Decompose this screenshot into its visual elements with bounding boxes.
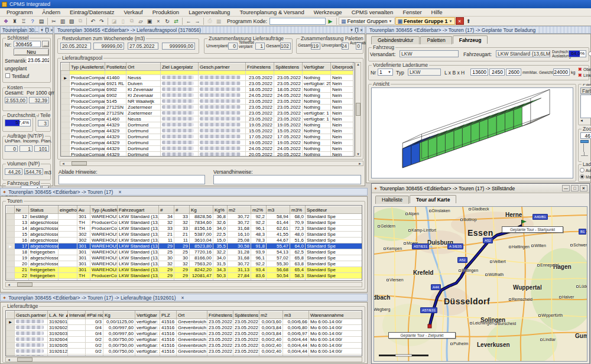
cell[interactable]: [199, 140, 246, 146]
cell[interactable]: 19: [15, 255, 29, 261]
cell[interactable]: 31,13: [228, 267, 251, 273]
cell[interactable]: 23.05.2022: [274, 75, 303, 81]
cell[interactable]: Nothing: [303, 128, 331, 134]
cell[interactable]: 41,55: [267, 232, 290, 238]
beladung-dock-header[interactable]: Tourenplan 308455 <Editierbar> -> Touren…: [366, 26, 591, 34]
cell[interactable]: 23.05.2022: [246, 99, 274, 105]
cell[interactable]: bestätigt: [29, 214, 59, 220]
cell[interactable]: Nothing: [303, 146, 331, 152]
cell[interactable]: [274, 71, 303, 75]
cell[interactable]: 22,5: [213, 232, 228, 238]
column-header[interactable]: m3%: [290, 206, 306, 214]
cell[interactable]: 0/2: [86, 349, 103, 355]
cell[interactable]: ProducerCompany: [90, 279, 118, 281]
cell[interactable]: 8524,56: [190, 279, 213, 281]
cell[interactable]: WAREHOUSE: [90, 243, 118, 249]
cell[interactable]: [199, 93, 246, 99]
table-row[interactable]: ▶ProduceCompany41460Neuss23.05.202223.05…: [61, 75, 353, 81]
tab-gebindestruktur[interactable]: Gebindestruktur: [371, 36, 420, 44]
menu-item-fenster[interactable]: Fenster: [398, 8, 426, 16]
menu-item--ndern[interactable]: Ändern: [38, 8, 64, 16]
cell[interactable]: 18.05.2022: [246, 87, 274, 93]
cell[interactable]: 56,68: [267, 267, 290, 273]
cell[interactable]: ▶: [7, 319, 15, 325]
table-row[interactable]: ProduceCompany6902Kl Zevenaar18.05.20221…: [61, 87, 353, 93]
cell[interactable]: 5387,00: [190, 232, 213, 238]
cell[interactable]: 32: [159, 220, 174, 226]
cell[interactable]: ProduceCompany: [70, 99, 105, 105]
semantik-field[interactable]: 23.05.2022: [27, 57, 49, 63]
cell[interactable]: verfügbar: 1: [303, 110, 331, 116]
cell[interactable]: [59, 249, 77, 255]
cell[interactable]: [105, 71, 126, 75]
cell[interactable]: [161, 140, 199, 146]
cell[interactable]: 15.05.2022: [274, 128, 303, 134]
table-row[interactable]: 20abgeschlossen301WAREHOUSELKW Standard …: [7, 261, 362, 267]
cell[interactable]: [59, 279, 77, 281]
cell[interactable]: ProducerCompany: [90, 273, 118, 279]
cell[interactable]: 93,4: [251, 267, 267, 273]
table-row[interactable]: ProduceCompany44329Dortmund20.05.202220.…: [61, 152, 353, 157]
cell[interactable]: 23: [15, 279, 29, 281]
cell[interactable]: Nein: [331, 146, 353, 152]
cell[interactable]: 0,00/767,60: [103, 355, 135, 357]
cell[interactable]: ProduceCompany: [70, 75, 105, 81]
cell[interactable]: [61, 146, 70, 152]
save-icon[interactable]: ▣: [145, 17, 154, 25]
cell[interactable]: 11: [174, 238, 190, 243]
cell[interactable]: [161, 87, 199, 93]
cell[interactable]: 3192618: [48, 355, 68, 357]
cell[interactable]: 70,9: [290, 220, 306, 226]
close-icon[interactable]: ×: [181, 295, 184, 301]
cell[interactable]: 68,0: [290, 214, 306, 220]
neu-button[interactable]: Neu: [14, 48, 49, 56]
cell[interactable]: [70, 71, 105, 75]
cell[interactable]: 34: [159, 214, 174, 220]
cell[interactable]: 14: [15, 226, 29, 232]
cell[interactable]: [199, 99, 246, 105]
cell[interactable]: 41460: [105, 75, 126, 81]
cell[interactable]: 93,9: [251, 249, 267, 255]
duplicate-icon[interactable]: ⧉: [128, 17, 136, 25]
cell[interactable]: [199, 116, 246, 122]
column-header[interactable]: Verfügbar: [135, 311, 160, 319]
cell[interactable]: 23.05.2022: [207, 349, 233, 355]
cell[interactable]: 31,28: [228, 249, 251, 255]
cell[interactable]: [331, 71, 353, 75]
cell[interactable]: 301: [77, 249, 90, 255]
cell[interactable]: [161, 99, 199, 105]
table-row[interactable]: 31926040/20,00/750,00verfügbar: 341516Gr…: [7, 337, 362, 343]
cell[interactable]: verfügbar: 8: [135, 331, 160, 337]
cell[interactable]: [61, 71, 70, 75]
column-header[interactable]: Fahrzeugart: [118, 206, 159, 214]
cell[interactable]: Zoetermeer: [126, 105, 161, 110]
cell[interactable]: Dortmund: [126, 128, 161, 134]
column-header[interactable]: Spätestens: [274, 63, 303, 71]
cell[interactable]: 41460: [105, 116, 126, 122]
cell[interactable]: Mo 6:00-14:00/: [309, 355, 362, 357]
table-row[interactable]: 15abgeschlossen302WAREHOUSELKW Standard …: [7, 232, 362, 238]
cell[interactable]: 12081,47: [190, 273, 213, 279]
cell[interactable]: 50,54: [267, 273, 290, 279]
cell[interactable]: 13: [15, 220, 29, 226]
cell[interactable]: 91,8: [251, 243, 267, 249]
cell[interactable]: 0,00/6,66: [283, 319, 309, 325]
cell[interactable]: 0,00/997,60: [103, 331, 135, 337]
cell[interactable]: Nothing: [303, 122, 331, 128]
cell[interactable]: 23.05.2022: [207, 331, 233, 337]
clipboard-icon[interactable]: ▧: [67, 17, 76, 25]
copy-icon[interactable]: ⧉: [76, 17, 85, 25]
nr-field[interactable]: 308455: [14, 41, 41, 47]
cell[interactable]: 34,0: [213, 226, 228, 232]
cell[interactable]: 12: [15, 214, 29, 220]
cell[interactable]: 32,2: [213, 249, 228, 255]
cell[interactable]: [199, 122, 246, 128]
cell[interactable]: Mo 6:00-14:00/: [309, 349, 362, 355]
table-row[interactable]: ProduceCompany6902Kl Zevenaar24.05.20222…: [61, 93, 353, 99]
cell[interactable]: Grevenbroich: [177, 331, 207, 337]
up-icon[interactable]: ⬆: [465, 17, 473, 25]
cell[interactable]: [7, 337, 15, 343]
fenster-gruppe-dropdown[interactable]: ▣ Fenster Gruppe 1 ▼: [395, 17, 455, 25]
column-header[interactable]: Spediteur: [306, 206, 362, 214]
cell[interactable]: 23.05.2022: [274, 105, 303, 110]
